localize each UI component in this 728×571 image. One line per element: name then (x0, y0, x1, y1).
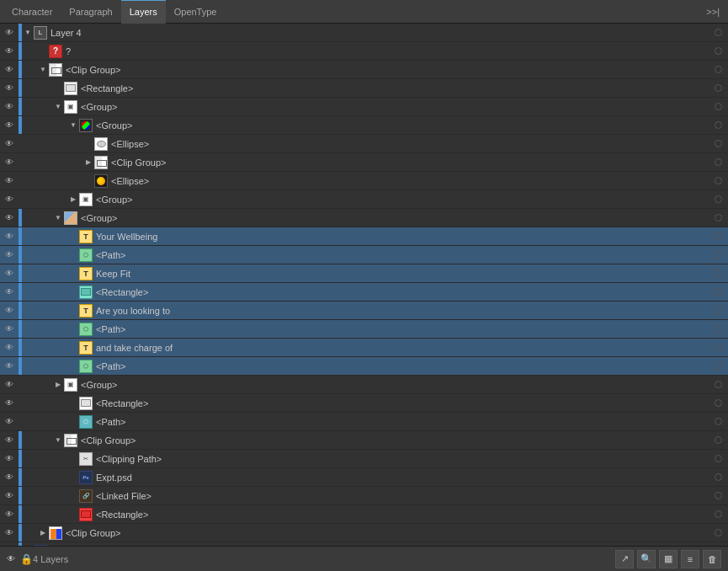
eye-icon[interactable]: 👁 (0, 491, 19, 500)
tab-opentype[interactable]: OpenType (166, 0, 226, 24)
layer-row[interactable]: 👁✂<Clipping Path> (0, 450, 728, 468)
visibility-indicator[interactable] (708, 66, 728, 73)
visibility-indicator[interactable] (708, 195, 728, 203)
layer-toggle[interactable] (37, 66, 49, 73)
layer-toggle[interactable] (22, 29, 34, 36)
eye-icon[interactable]: 👁 (0, 65, 19, 74)
layer-toggle[interactable] (52, 103, 64, 110)
layer-row[interactable]: 👁<Clip Group> (0, 524, 728, 542)
eye-icon[interactable]: 👁 (0, 46, 19, 56)
layer-row[interactable]: 👁🔗<Linked File> (0, 487, 728, 505)
search-button[interactable]: 🔍 (637, 550, 656, 568)
visibility-indicator[interactable] (708, 232, 728, 240)
layer-row[interactable]: 👁Facebook header page.psd (0, 542, 728, 546)
visibility-indicator[interactable] (708, 455, 728, 462)
layer-row[interactable]: 👁<Group> (0, 209, 728, 227)
eye-icon[interactable]: 👁 (0, 454, 19, 463)
layer-row[interactable]: 👁<Rectangle> (0, 79, 728, 98)
eye-icon[interactable]: 👁 (0, 120, 19, 130)
visibility-indicator[interactable] (708, 418, 728, 425)
layer-row[interactable]: 👁TKeep Fit (0, 264, 728, 283)
eye-icon[interactable]: 👁 (0, 306, 19, 315)
visibility-indicator[interactable] (708, 47, 728, 55)
layer-row[interactable]: 👁<Ellipse> (0, 172, 728, 190)
eye-icon[interactable]: 👁 (0, 287, 19, 296)
visibility-indicator[interactable] (708, 529, 728, 536)
layer-row[interactable]: 👁▣<Group> (0, 376, 728, 394)
layer-row[interactable]: 👁<Rectangle> (0, 283, 728, 302)
layer-row[interactable]: 👁TYour Wellbeing (0, 227, 728, 246)
layer-row[interactable]: 👁⬠<Path> (0, 413, 728, 431)
eye-icon[interactable]: 👁 (0, 157, 19, 167)
visibility-indicator[interactable] (708, 473, 728, 481)
eye-icon[interactable]: 👁 (0, 232, 19, 241)
visibility-indicator[interactable] (708, 121, 728, 129)
layer-toggle[interactable] (67, 195, 79, 203)
layer-row[interactable]: 👁PsExpt.psd (0, 468, 728, 487)
layer-row[interactable]: 👁<Clip Group> (0, 431, 728, 450)
grid-button[interactable]: ▦ (659, 550, 678, 568)
layer-row[interactable]: 👁<Group> (0, 116, 728, 135)
eye-icon[interactable]: 👁 (0, 398, 19, 408)
visibility-indicator[interactable] (708, 436, 728, 444)
layer-row[interactable]: 👁<Clip Group> (0, 61, 728, 79)
eye-icon[interactable]: 👁 (0, 380, 19, 389)
eye-icon[interactable]: 👁 (0, 510, 19, 519)
layer-row[interactable]: 👁⬠<Path> (0, 246, 728, 264)
visibility-indicator[interactable] (708, 158, 728, 166)
eye-icon[interactable]: 👁 (0, 343, 19, 352)
visibility-indicator[interactable] (708, 510, 728, 518)
visibility-indicator[interactable] (708, 84, 728, 92)
eye-icon[interactable]: 👁 (0, 269, 19, 278)
layer-toggle[interactable] (67, 121, 79, 129)
layer-row[interactable]: 👁<Rectangle> (0, 505, 728, 524)
layer-toggle[interactable] (37, 529, 49, 536)
visibility-indicator[interactable] (708, 103, 728, 110)
tab-layers[interactable]: Layers (121, 0, 166, 24)
tab-overflow[interactable]: >>| (701, 7, 725, 17)
layer-row[interactable]: 👁▣<Group> (0, 98, 728, 116)
eye-icon[interactable]: 👁 (0, 324, 19, 334)
visibility-indicator[interactable] (708, 399, 728, 407)
layer-row[interactable]: 👁<Ellipse> (0, 135, 728, 153)
layer-toggle[interactable] (82, 158, 94, 166)
eye-icon[interactable]: 👁 (0, 83, 19, 93)
layer-toggle[interactable] (52, 436, 64, 444)
visibility-indicator[interactable] (708, 29, 728, 36)
visibility-indicator[interactable] (708, 362, 728, 370)
layer-row[interactable]: 👁TAre you looking to (0, 302, 728, 320)
eye-icon[interactable]: 👁 (0, 28, 19, 37)
eye-icon[interactable]: 👁 (0, 472, 19, 482)
layer-row[interactable]: 👁?? (0, 42, 728, 61)
layer-row[interactable]: 👁LLayer 4 (0, 24, 728, 42)
eye-icon[interactable]: 👁 (0, 213, 19, 222)
eye-icon[interactable]: 👁 (0, 250, 19, 259)
visibility-indicator[interactable] (708, 381, 728, 388)
eye-icon[interactable]: 👁 (0, 139, 19, 148)
visibility-indicator[interactable] (708, 288, 728, 296)
tab-character[interactable]: Character (3, 0, 61, 24)
visibility-indicator[interactable] (708, 325, 728, 333)
layer-row[interactable]: 👁<Clip Group> (0, 153, 728, 172)
eye-icon[interactable]: 👁 (0, 195, 19, 204)
tab-paragraph[interactable]: Paragraph (61, 0, 120, 24)
visibility-indicator[interactable] (708, 492, 728, 499)
eye-icon[interactable]: 👁 (0, 435, 19, 445)
export-button[interactable]: ↗ (615, 550, 634, 568)
layer-row[interactable]: 👁<Rectangle> (0, 394, 728, 413)
layers-content[interactable]: 👁LLayer 4👁??👁<Clip Group>👁<Rectangle>👁▣<… (0, 24, 728, 546)
visibility-indicator[interactable] (708, 344, 728, 351)
eye-icon[interactable]: 👁 (0, 176, 19, 185)
eye-icon[interactable]: 👁 (0, 361, 19, 371)
layer-row[interactable]: 👁⬠<Path> (0, 320, 728, 339)
layer-row[interactable]: 👁⬠<Path> (0, 357, 728, 376)
layer-row[interactable]: 👁Tand take charge of (0, 339, 728, 357)
visibility-indicator[interactable] (708, 214, 728, 221)
eye-icon[interactable]: 👁 (0, 528, 19, 537)
visibility-indicator[interactable] (708, 251, 728, 259)
visibility-indicator[interactable] (708, 177, 728, 184)
eye-icon[interactable]: 👁 (0, 417, 19, 426)
layer-row[interactable]: 👁▣<Group> (0, 190, 728, 209)
layer-toggle[interactable] (52, 214, 64, 221)
visibility-indicator[interactable] (708, 269, 728, 277)
